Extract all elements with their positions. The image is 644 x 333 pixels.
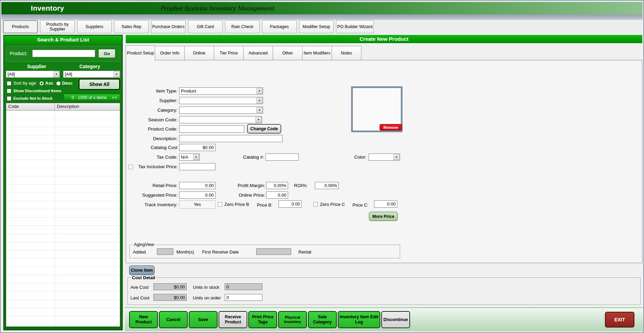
product-search-input[interactable] [32, 50, 95, 57]
units-in-stock-label: Units in stock [193, 285, 219, 290]
retail-price-input[interactable] [179, 182, 215, 189]
supplier-column-label: Supplier [18, 64, 55, 69]
show-all-button[interactable]: Show All [79, 79, 120, 90]
chevron-down-icon[interactable]: ▼ [257, 107, 262, 113]
chevron-down-icon[interactable]: ▼ [257, 88, 262, 94]
subtab-item-modifiers[interactable]: Item Modifiers [302, 46, 332, 60]
tab-rain-check[interactable]: Rain Check [225, 20, 260, 33]
chevron-down-icon[interactable]: ▼ [256, 117, 261, 123]
chevron-down-icon[interactable]: ▼ [193, 154, 199, 160]
subtab-product-setup[interactable]: Product Setup [126, 45, 155, 61]
tab-modifier-setup[interactable]: Modifier Setup [299, 20, 334, 33]
go-button[interactable]: Go [98, 49, 116, 58]
catalog-cost-label: Catalog Cost [126, 145, 177, 150]
subtab-online[interactable]: Online [185, 46, 214, 60]
item-type-select[interactable]: Product ▼ [179, 87, 263, 95]
more-price-button[interactable]: More Price [369, 212, 398, 221]
chevron-down-icon[interactable]: ▼ [114, 71, 120, 77]
online-price-label: Online Price: [229, 193, 265, 198]
subtab-notes[interactable]: Notes [332, 46, 361, 60]
tax-inclusive-input[interactable] [179, 163, 215, 170]
chevron-down-icon[interactable]: ▼ [394, 154, 399, 160]
catalog-number-input[interactable] [265, 153, 299, 161]
chevron-down-icon[interactable]: ▼ [53, 71, 59, 77]
tab-products-by-supplier[interactable]: Products by Supplier [40, 20, 75, 33]
online-price-input[interactable] [266, 192, 288, 199]
tax-inclusive-checkbox[interactable] [128, 165, 133, 169]
tab-products[interactable]: Products [3, 20, 38, 33]
change-code-button[interactable]: Change Code [247, 124, 281, 134]
zero-price-b-label: Zero Price B [224, 202, 249, 207]
sale-category-button[interactable]: Sale Category [308, 311, 337, 328]
cost-detail-group: Cost Detail Ave Cost Units in stock Last… [127, 278, 641, 305]
inventory-item-edit-log-button[interactable]: Inventory Item Edit Log [338, 311, 380, 328]
subtab-tier-price[interactable]: Tier Price [214, 46, 244, 60]
product-list-header: Code Description [6, 103, 120, 111]
chevron-down-icon[interactable]: ▼ [257, 98, 262, 103]
code-column-header[interactable]: Code [6, 103, 55, 110]
supplier-select[interactable]: ▼ [179, 97, 263, 104]
category-select[interactable]: ▼ [179, 107, 263, 114]
rental-label: Rental [298, 249, 311, 255]
cancel-button[interactable]: Cancel [159, 311, 188, 328]
supplier-filter-select[interactable]: [All] ▼ [6, 71, 60, 78]
category-column-label: Category [69, 64, 110, 69]
price-b-input[interactable] [278, 200, 302, 208]
category-filter-select[interactable]: [All] ▼ [63, 71, 120, 78]
zero-price-c-checkbox[interactable] [313, 202, 318, 207]
tax-code-label: Tax Code: [126, 155, 177, 160]
track-inventory-label: Track Inventory: [126, 202, 177, 207]
items-range-bar[interactable]: 0 - 1000 of x items >> [64, 94, 120, 101]
column-divider [55, 111, 55, 326]
product-list-body[interactable] [6, 111, 120, 326]
app-subtitle: Prophet Systems Inventory Management [132, 5, 303, 12]
profit-margin-input[interactable] [266, 182, 288, 189]
desc-radio[interactable] [56, 81, 61, 86]
save-button[interactable]: Save [189, 311, 218, 328]
tab-packages[interactable]: Packages [262, 20, 297, 33]
units-on-order-input[interactable] [225, 294, 262, 301]
last-cost-input [153, 294, 187, 301]
product-list: Code Description [6, 103, 120, 327]
tab-suppliers[interactable]: Suppliers [77, 20, 112, 33]
added-label: Added [133, 249, 146, 255]
subtab-advanced[interactable]: Advanced [244, 46, 273, 60]
tab-po-builder-wizard[interactable]: PO Builder Wizard [336, 20, 374, 33]
tab-gift-card[interactable]: Gift Card [188, 20, 223, 33]
color-select[interactable]: ▼ [369, 153, 400, 161]
receive-product-button[interactable]: Receive Product [219, 311, 247, 328]
discontinue-button[interactable]: Discontinue [381, 311, 410, 328]
exclude-not-in-stock-checkbox[interactable] [7, 96, 11, 101]
product-code-input[interactable] [179, 125, 244, 133]
asc-label: Asc [45, 81, 53, 86]
new-product-button[interactable]: New Product [129, 311, 158, 328]
physical-inventory-button[interactable]: Physical Inventory [278, 311, 307, 328]
catalog-cost-input[interactable] [179, 144, 215, 151]
tax-code-select[interactable]: N/A ▼ [179, 153, 200, 161]
subtab-order-info[interactable]: Order Info [155, 46, 185, 60]
tab-sales-rep[interactable]: Sales Rep [114, 20, 149, 33]
sort-by-age-label: Sort by age [13, 81, 36, 86]
item-type-label: Item Type: [126, 88, 177, 94]
main-tab-bar: Products Products by Supplier Suppliers … [1, 20, 643, 34]
price-c-input[interactable] [374, 200, 397, 208]
subtab-other[interactable]: Other [273, 46, 302, 60]
print-price-tags-button[interactable]: Print Price Tags [248, 311, 277, 328]
roi-input[interactable] [315, 182, 339, 189]
right-panel-header: Create New Product [126, 35, 642, 43]
clone-item-button[interactable]: Clone Item [129, 266, 154, 275]
season-code-label: Season Code: [126, 117, 177, 122]
sort-by-age-checkbox[interactable] [7, 81, 11, 86]
season-code-select[interactable]: ▼ [179, 116, 262, 123]
zero-price-b-checkbox[interactable] [218, 202, 222, 207]
suggested-price-input[interactable] [179, 192, 215, 199]
show-discontinued-checkbox[interactable] [7, 89, 11, 93]
description-column-header[interactable]: Description [55, 103, 120, 110]
exit-button[interactable]: EXIT [605, 312, 634, 328]
asc-radio[interactable] [39, 81, 44, 86]
items-range-text: 0 - 1000 of x items [72, 95, 107, 100]
track-inventory-value[interactable]: Yes [179, 200, 215, 209]
description-input[interactable] [179, 135, 283, 142]
remove-image-button[interactable]: Remove [380, 124, 402, 131]
tab-purchase-orders[interactable]: Purchase Orders [151, 20, 186, 33]
